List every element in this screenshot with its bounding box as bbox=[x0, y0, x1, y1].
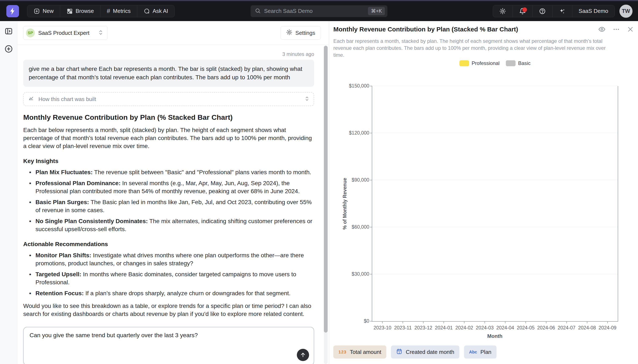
list-item: Targeted Upsell: In months where Basic d… bbox=[29, 270, 314, 286]
eye-icon bbox=[598, 26, 605, 33]
y-tick-label: $150,000 bbox=[338, 83, 369, 89]
recommendations-list: Monitor Plan Shifts: Investigate what dr… bbox=[23, 252, 314, 297]
chevron-updown-icon bbox=[305, 96, 309, 102]
tag-created-date-month[interactable]: 1 Created date month bbox=[391, 346, 459, 358]
toggle-sidebar-button[interactable] bbox=[4, 26, 13, 37]
plus-square-icon bbox=[34, 8, 40, 14]
app-logo[interactable] bbox=[6, 5, 19, 17]
tag-label: Total amount bbox=[350, 349, 381, 355]
how-chart-built-expander[interactable]: How this chart was built bbox=[23, 92, 314, 106]
new-thread-button[interactable] bbox=[4, 44, 13, 54]
expander-label: How this chart was built bbox=[39, 96, 301, 102]
list-item: Basic Plan Surges: The Basic plan led in… bbox=[29, 198, 314, 214]
settings-gear-button[interactable] bbox=[493, 5, 513, 17]
help-icon bbox=[539, 8, 546, 14]
top-navigation: New Browse # Metrics bbox=[0, 1, 638, 21]
nav-label: Ask AI bbox=[153, 8, 168, 14]
nav-label: New bbox=[43, 8, 54, 14]
x-axis-tick bbox=[444, 321, 444, 323]
primary-nav: New Browse # Metrics bbox=[27, 5, 175, 17]
x-axis-tick bbox=[464, 321, 464, 323]
y-axis-tick bbox=[370, 133, 372, 133]
nav-label: Browse bbox=[76, 8, 94, 14]
tag-label: Created date month bbox=[406, 349, 454, 355]
agent-settings-button[interactable]: Settings bbox=[280, 26, 321, 40]
x-axis-tick bbox=[382, 321, 383, 323]
workspace-label: SaaS Demo bbox=[579, 8, 608, 14]
calendar-icon: 1 bbox=[396, 348, 402, 356]
ellipsis-icon bbox=[613, 26, 620, 33]
workspace-button[interactable]: SaaS Demo bbox=[572, 5, 614, 17]
x-axis-tick bbox=[525, 321, 526, 323]
arrow-up-icon bbox=[300, 352, 306, 358]
gear-icon bbox=[286, 29, 292, 37]
help-button[interactable] bbox=[533, 5, 552, 17]
tag-total-amount[interactable]: 123 Total amount bbox=[333, 346, 386, 358]
x-axis-tick bbox=[607, 321, 608, 323]
panel-toggle-icon bbox=[4, 26, 13, 36]
agent-name: SaaS Product Expert bbox=[38, 30, 90, 36]
tag-label: Plan bbox=[481, 349, 491, 355]
y-tick-label: $90,000 bbox=[338, 177, 369, 183]
y-tick-label: $0 bbox=[338, 318, 369, 324]
message-timestamp: 3 minutes ago bbox=[23, 51, 314, 57]
main-area: SP SaaS Product Expert Settings bbox=[0, 21, 638, 364]
x-axis-tick bbox=[587, 321, 587, 323]
global-search-input[interactable]: Search SaaS Demo ⌘+K bbox=[251, 5, 387, 17]
sparkles-icon bbox=[559, 8, 566, 14]
chart-description: Each bar represents a month, stacked by … bbox=[333, 38, 607, 58]
y-tick-label: $120,000 bbox=[338, 130, 369, 136]
chart-legend: ProfessionalBasic bbox=[372, 60, 618, 66]
chart-panel: Monthly Revenue Contribution by Plan (St… bbox=[329, 21, 638, 364]
assistant-response: Monthly Revenue Contribution by Plan (% … bbox=[23, 113, 314, 318]
ask-ai-button[interactable]: Ask AI bbox=[137, 5, 175, 17]
ai-sparkles-button[interactable] bbox=[552, 5, 572, 17]
agent-avatar: SP bbox=[26, 28, 35, 37]
more-options-button[interactable] bbox=[613, 26, 620, 34]
y-axis-tick bbox=[370, 86, 372, 86]
close-icon bbox=[627, 26, 634, 33]
notification-badge bbox=[522, 8, 527, 12]
abc-icon: Abc bbox=[469, 350, 477, 354]
x-axis-tick bbox=[423, 321, 424, 323]
list-item: Plan Mix Fluctuates: The revenue split b… bbox=[29, 168, 314, 176]
preview-eye-button[interactable] bbox=[598, 26, 605, 34]
y-tick-label: $60,000 bbox=[338, 224, 369, 230]
chat-messages: 3 minutes ago give me a bar chart where … bbox=[17, 51, 329, 364]
legend-swatch bbox=[506, 60, 516, 66]
notifications-button[interactable] bbox=[513, 5, 533, 17]
left-rail bbox=[0, 21, 17, 364]
tag-plan[interactable]: Abc Plan bbox=[464, 346, 497, 358]
send-button[interactable] bbox=[297, 349, 309, 361]
field-tags: 123 Total amount 1 Created date month Ab… bbox=[333, 346, 497, 358]
gear-icon bbox=[499, 8, 506, 14]
chat-scrollbar[interactable] bbox=[324, 45, 328, 364]
response-title: Monthly Revenue Contribution by Plan (% … bbox=[23, 113, 314, 122]
y-axis-tick bbox=[370, 274, 372, 274]
x-axis-tick bbox=[566, 321, 567, 323]
y-tick-label: $30,000 bbox=[338, 271, 369, 277]
chat-header: SP SaaS Product Expert Settings bbox=[17, 21, 329, 45]
insights-heading: Key Insights bbox=[23, 158, 314, 164]
legend-label: Basic bbox=[518, 60, 530, 66]
chat-input[interactable]: Can you give the same trend but quarterl… bbox=[23, 327, 314, 364]
scrollbar-thumb[interactable] bbox=[324, 46, 328, 332]
legend-item-basic[interactable]: Basic bbox=[506, 60, 530, 66]
legend-swatch bbox=[459, 60, 469, 66]
new-button[interactable]: New bbox=[27, 5, 60, 17]
metrics-button[interactable]: # Metrics bbox=[101, 5, 137, 17]
settings-label: Settings bbox=[295, 30, 315, 36]
search-placeholder: Search SaaS Demo bbox=[264, 8, 368, 14]
chart-line-icon bbox=[28, 96, 35, 103]
chart-panel-header: Monthly Revenue Contribution by Plan (St… bbox=[333, 26, 634, 58]
response-intro: Each bar below represents a month, split… bbox=[23, 126, 314, 150]
legend-item-professional[interactable]: Professional bbox=[459, 60, 499, 66]
agent-selector[interactable]: SP SaaS Product Expert bbox=[23, 26, 108, 40]
user-avatar[interactable]: TW bbox=[619, 5, 632, 18]
close-panel-button[interactable] bbox=[627, 26, 634, 34]
app-screen: New Browse # Metrics bbox=[0, 0, 638, 364]
browse-button[interactable]: Browse bbox=[60, 5, 101, 17]
list-item: Monitor Plan Shifts: Investigate what dr… bbox=[29, 252, 314, 268]
gridline bbox=[372, 227, 618, 227]
list-item: Retention Focus: If a plan’s share drops… bbox=[29, 289, 314, 297]
